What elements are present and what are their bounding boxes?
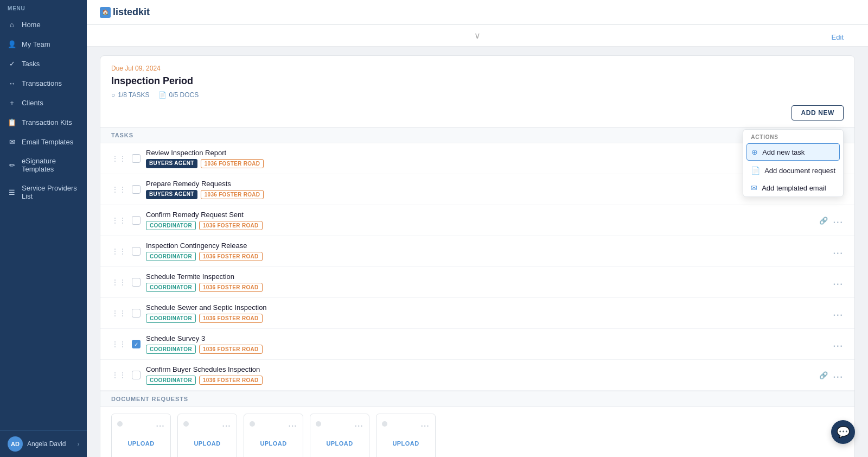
add-new-button[interactable]: ADD NEW — [792, 105, 844, 120]
sidebar-item-clients[interactable]: + Clients — [0, 93, 87, 112]
drag-handle-icon[interactable]: ⋮⋮ — [111, 154, 126, 163]
task-checkbox[interactable] — [132, 216, 141, 225]
task-checkbox[interactable] — [132, 371, 141, 379]
task-tag: 1036 FOSTER ROAD — [201, 190, 264, 199]
doc-upload-area: UPLOAD — [127, 433, 154, 454]
clients-icon: + — [8, 98, 16, 107]
sidebar-item-label: Clients — [22, 99, 43, 107]
drag-handle-icon[interactable]: ⋮⋮ — [111, 185, 126, 194]
doc-context-menu[interactable]: ... — [156, 420, 165, 428]
task-checkbox[interactable]: ✓ — [132, 340, 141, 348]
task-checkbox[interactable] — [132, 247, 141, 256]
task-info: Review Inspection ReportBUYERS AGENT1036… — [146, 149, 828, 168]
email-icon: ✉ — [8, 137, 16, 146]
task-tag: COORDINATOR — [146, 345, 196, 354]
section-toolbar: ADD NEW ACTIONS ⊕ Add new task 📄 Add doc… — [100, 105, 854, 128]
table-row: ⋮⋮Schedule Termite InspectionCOORDINATOR… — [100, 267, 854, 298]
task-context-menu[interactable]: ... — [833, 246, 844, 256]
task-tag: BUYERS AGENT — [146, 159, 197, 168]
upload-button[interactable]: UPLOAD — [392, 440, 419, 447]
user-profile[interactable]: AD Angela David › — [0, 430, 87, 457]
task-context-menu[interactable]: ... — [833, 370, 844, 380]
drag-handle-icon[interactable]: ⋮⋮ — [111, 247, 126, 256]
upload-button[interactable]: UPLOAD — [326, 440, 353, 447]
add-templated-email-item[interactable]: ✉ Add templated email — [743, 179, 843, 196]
table-row: ⋮⋮Prepare Remedy RequestsBUYERS AGENT103… — [100, 174, 854, 205]
sidebar-item-email-templates[interactable]: ✉ Email Templates — [0, 132, 87, 151]
doc-upload-area: UPLOAD — [194, 433, 220, 454]
task-name: Schedule Sewer and Septic Inspection — [146, 303, 828, 312]
doc-context-menu[interactable]: ... — [421, 420, 430, 428]
transactions-icon: ↔ — [8, 79, 16, 87]
chevron-down-icon[interactable]: ∨ — [474, 30, 481, 41]
logo-icon: 🏠 — [100, 7, 111, 18]
document-card: ... UPLOAD — [177, 414, 237, 457]
upload-button[interactable]: UPLOAD — [260, 440, 286, 447]
chevron-right-icon: › — [78, 441, 79, 447]
actions-label: ACTIONS — [743, 130, 843, 142]
sidebar-item-tasks[interactable]: ✓ Tasks — [0, 54, 87, 73]
task-checkbox[interactable] — [132, 278, 141, 287]
drag-handle-icon[interactable]: ⋮⋮ — [111, 216, 126, 225]
add-document-request-item[interactable]: 📄 Add document request — [743, 162, 843, 179]
upload-button[interactable]: UPLOAD — [127, 440, 154, 447]
file-icon: 📄 — [751, 166, 760, 175]
task-context-menu[interactable]: ... — [833, 277, 844, 287]
task-tag: 1036 FOSTER ROAD — [199, 314, 263, 323]
table-row: ⋮⋮Inspection Contingency ReleaseCOORDINA… — [100, 236, 854, 267]
doc-status-dot — [117, 421, 123, 427]
task-checkbox[interactable] — [132, 185, 141, 194]
drag-handle-icon[interactable]: ⋮⋮ — [111, 340, 126, 348]
collapse-bar[interactable]: ∨ — [87, 25, 868, 47]
table-row: ⋮⋮✓Schedule Survey 3COORDINATOR1036 FOST… — [100, 329, 854, 360]
edit-link[interactable]: Edit — [832, 33, 844, 41]
task-name: Inspection Contingency Release — [146, 242, 828, 250]
doc-context-menu[interactable]: ... — [222, 420, 231, 428]
sidebar-item-home[interactable]: ⌂ Home — [0, 15, 87, 34]
circle-plus-icon: ⊕ — [751, 148, 758, 156]
drag-handle-icon[interactable]: ⋮⋮ — [111, 309, 126, 318]
task-name: Schedule Survey 3 — [146, 334, 828, 342]
sidebar-item-service-providers-list[interactable]: ☰ Service Providers List — [0, 179, 87, 206]
sidebar-item-transactions[interactable]: ↔ Transactions — [0, 73, 87, 93]
person-icon: 👤 — [8, 40, 16, 48]
task-tag: 1036 FOSTER ROAD — [199, 252, 263, 261]
task-tag: COORDINATOR — [146, 283, 196, 292]
sidebar: MENU ⌂ Home 👤 My Team ✓ Tasks ↔ Transact… — [0, 0, 87, 457]
task-name: Review Inspection Report — [146, 149, 828, 157]
task-tag: BUYERS AGENT — [146, 190, 197, 199]
task-info: Schedule Termite InspectionCOORDINATOR10… — [146, 272, 828, 292]
task-checkbox[interactable] — [132, 309, 141, 318]
esign-icon: ✏ — [8, 161, 16, 169]
doc-context-menu[interactable]: ... — [355, 420, 363, 428]
kits-icon: 📋 — [8, 118, 16, 126]
drag-handle-icon[interactable]: ⋮⋮ — [111, 371, 126, 379]
doc-context-menu[interactable]: ... — [289, 420, 297, 428]
task-context-menu[interactable]: ... — [833, 215, 844, 225]
add-new-task-item[interactable]: ⊕ Add new task — [746, 143, 840, 161]
sidebar-item-my-team[interactable]: 👤 My Team — [0, 34, 87, 54]
task-context-menu[interactable]: ... — [833, 339, 844, 349]
task-tags: BUYERS AGENT1036 FOSTER ROAD — [146, 159, 828, 168]
task-tags: COORDINATOR1036 FOSTER ROAD — [146, 221, 814, 230]
add-templated-email-label: Add templated email — [762, 184, 826, 192]
chat-icon: 💬 — [837, 426, 850, 439]
task-info: Schedule Sewer and Septic InspectionCOOR… — [146, 303, 828, 323]
task-tags: COORDINATOR1036 FOSTER ROAD — [146, 345, 828, 354]
doc-upload-area: UPLOAD — [392, 433, 419, 454]
doc-card-top: ... — [250, 420, 297, 428]
task-info: Schedule Survey 3COORDINATOR1036 FOSTER … — [146, 334, 828, 354]
sidebar-item-transaction-kits[interactable]: 📋 Transaction Kits — [0, 112, 87, 132]
task-checkbox[interactable] — [132, 154, 141, 163]
sidebar-item-label: Home — [22, 21, 41, 29]
sidebar-item-esignature-templates[interactable]: ✏ eSignature Templates — [0, 151, 87, 179]
drag-handle-icon[interactable]: ⋮⋮ — [111, 278, 126, 287]
doc-upload-area: UPLOAD — [326, 433, 353, 454]
add-document-request-label: Add document request — [764, 167, 835, 175]
chat-button[interactable]: 💬 — [831, 420, 855, 444]
app-name: listedkit — [113, 7, 150, 18]
task-tag: 1036 FOSTER ROAD — [199, 221, 263, 230]
upload-button[interactable]: UPLOAD — [194, 440, 220, 447]
task-context-menu[interactable]: ... — [833, 308, 844, 318]
section-meta: ○ 1/8 TASKS 📄 0/5 DOCS — [111, 91, 844, 99]
